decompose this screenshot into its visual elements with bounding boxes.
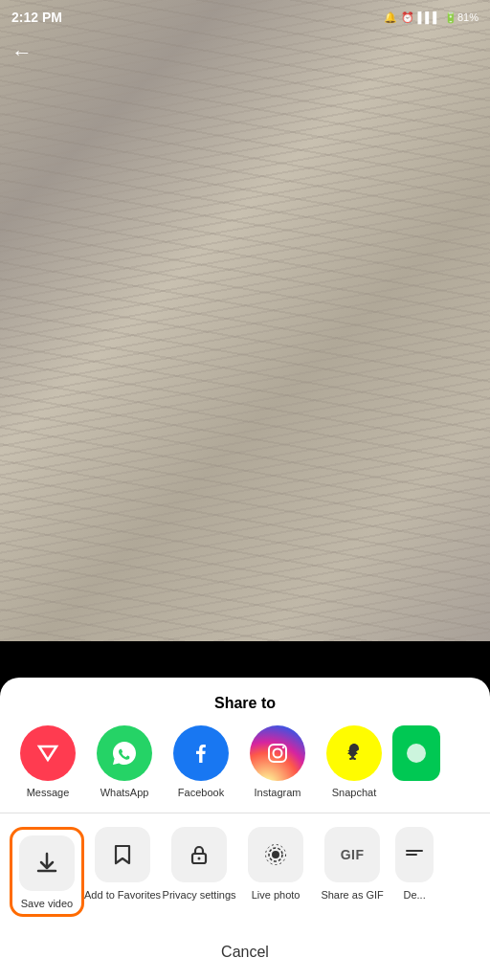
live-photo-icon	[262, 841, 289, 868]
app-label-message: Message	[27, 787, 70, 799]
app-row: Message WhatsApp Facebook	[0, 725, 490, 813]
actions-row: Save video Add to Favorites Privacy sett…	[0, 813, 490, 930]
back-button[interactable]: ←	[11, 40, 33, 65]
more-icon	[403, 843, 426, 866]
app-label-snapchat: Snapchat	[332, 787, 376, 799]
partial-app-icon	[392, 725, 440, 781]
download-icon	[33, 850, 60, 877]
cancel-button[interactable]: Cancel	[0, 930, 490, 980]
live-photo-icon-box	[248, 827, 303, 882]
snapchat-svg	[340, 739, 368, 768]
app-item-whatsapp[interactable]: WhatsApp	[86, 725, 163, 799]
alarm-icon: ⏰	[401, 11, 414, 24]
svg-point-4	[407, 744, 426, 763]
more-action-partial[interactable]: De...	[390, 827, 438, 917]
app-item-facebook[interactable]: Facebook	[163, 725, 239, 799]
gif-text: GIF	[341, 847, 365, 862]
save-video-icon-box	[19, 835, 75, 891]
app-label-facebook: Facebook	[178, 787, 224, 799]
svg-point-2	[274, 748, 282, 757]
facebook-svg	[187, 739, 215, 768]
app-label-whatsapp: WhatsApp	[100, 787, 149, 799]
add-favorites-action[interactable]: Add to Favorites	[84, 827, 161, 917]
status-bar: 2:12 PM 🔔 ⏰ ▌▌▌ 🔋81%	[0, 0, 490, 34]
share-as-gif-icon-box: GIF	[324, 827, 380, 882]
more-action-label: De...	[403, 888, 425, 902]
svg-marker-0	[39, 746, 56, 760]
app-item-instagram[interactable]: Instagram	[239, 725, 316, 799]
share-as-gif-label: Share as GIF	[321, 888, 383, 902]
instagram-svg	[263, 739, 292, 768]
bookmark-icon	[109, 841, 136, 868]
svg-point-7	[272, 851, 279, 858]
app-item-snapchat[interactable]: Snapchat	[316, 725, 392, 799]
instagram-icon	[250, 725, 305, 781]
add-favorites-icon-box	[95, 827, 150, 882]
partial-svg	[402, 739, 431, 768]
whatsapp-icon	[97, 725, 152, 781]
status-time: 2:12 PM	[11, 10, 62, 25]
lock-icon	[186, 841, 212, 868]
save-video-action[interactable]: Save video	[10, 827, 84, 917]
share-title: Share to	[0, 678, 490, 725]
live-photo-action[interactable]: Live photo	[237, 827, 314, 917]
privacy-settings-icon-box	[171, 827, 227, 882]
app-item-message[interactable]: Message	[10, 725, 86, 799]
notification-icon: 🔔	[384, 11, 397, 24]
snapchat-icon	[326, 725, 382, 781]
battery-icon: 🔋81%	[444, 11, 479, 24]
facebook-icon	[173, 725, 229, 781]
privacy-settings-label: Privacy settings	[163, 888, 236, 902]
more-action-icon-box	[395, 827, 434, 882]
share-as-gif-action[interactable]: GIF Share as GIF	[314, 827, 390, 917]
video-background	[0, 0, 490, 641]
live-photo-label: Live photo	[252, 888, 301, 902]
status-icons: 🔔 ⏰ ▌▌▌ 🔋81%	[384, 11, 479, 24]
svg-point-6	[198, 857, 201, 859]
svg-point-3	[282, 746, 284, 747]
signal-icon: ▌▌▌	[418, 11, 440, 23]
add-favorites-label: Add to Favorites	[84, 888, 161, 902]
app-label-instagram: Instagram	[255, 787, 301, 799]
save-video-label: Save video	[21, 897, 73, 910]
message-icon	[20, 725, 76, 781]
whatsapp-svg	[108, 737, 141, 769]
app-item-partial[interactable]	[392, 725, 440, 799]
share-sheet: Share to Message WhatsApp	[0, 678, 490, 980]
message-svg	[33, 739, 62, 768]
privacy-settings-action[interactable]: Privacy settings	[161, 827, 237, 917]
